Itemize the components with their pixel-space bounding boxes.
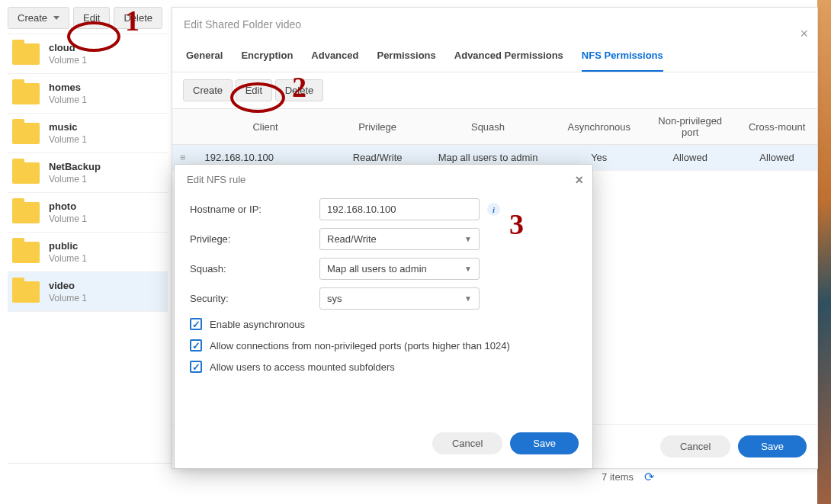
security-label: Security: xyxy=(190,293,319,304)
modal2-cancel-button[interactable]: Cancel xyxy=(432,432,502,454)
modal2-save-button[interactable]: Save xyxy=(510,432,579,454)
async-label: Enable asynchronous xyxy=(210,319,305,330)
security-value: sys xyxy=(327,293,342,304)
info-icon[interactable]: i xyxy=(487,203,500,216)
chevron-down-icon xyxy=(53,16,59,20)
folder-name: NetBackup xyxy=(49,161,101,172)
create-button[interactable]: Create xyxy=(8,7,69,29)
tab-permissions[interactable]: Permissions xyxy=(377,42,435,72)
nfs-delete-button[interactable]: Delete xyxy=(275,79,324,101)
cell-cross: Allowed xyxy=(736,145,817,171)
squash-value: Map all users to admin xyxy=(327,263,427,274)
folder-icon xyxy=(12,202,40,223)
tab-general[interactable]: General xyxy=(186,42,223,72)
modal-title: Edit Shared Folder video xyxy=(184,18,301,30)
nfs-rules-table: ClientPrivilegeSquashAsynchronousNon-pri… xyxy=(172,108,817,171)
nfs-toolbar: Create Edit Delete xyxy=(172,72,817,108)
chevron-down-icon: ▼ xyxy=(464,294,472,303)
privilege-label: Privilege: xyxy=(190,233,319,245)
chevron-down-icon: ▼ xyxy=(464,265,472,273)
host-input[interactable] xyxy=(319,198,480,220)
squash-select[interactable]: Map all users to admin▼ xyxy=(319,258,480,280)
modal2-footer: Cancel Save xyxy=(175,420,592,468)
folder-icon xyxy=(12,242,40,263)
cell-nonpriv: Allowed xyxy=(643,145,736,171)
tab-advanced-permissions[interactable]: Advanced Permissions xyxy=(454,42,563,72)
refresh-icon[interactable]: ⟳ xyxy=(644,470,654,484)
modal1-save-button[interactable]: Save xyxy=(738,435,807,457)
folder-icon xyxy=(12,43,40,65)
delete-button[interactable]: Delete xyxy=(114,7,162,29)
tab-nfs-permissions[interactable]: NFS Permissions xyxy=(582,42,663,72)
desktop-wallpaper-strip xyxy=(817,0,831,504)
security-select[interactable]: sys▼ xyxy=(319,287,480,310)
folder-row-homes[interactable]: homesVolume 1 xyxy=(8,74,168,114)
column-header[interactable]: Non-privileged port xyxy=(643,109,736,145)
nonpriv-label: Allow connections from non-privileged po… xyxy=(210,340,510,352)
column-header[interactable]: Asynchronous xyxy=(554,109,643,145)
item-count: 7 items xyxy=(602,471,634,483)
nfs-create-button[interactable]: Create xyxy=(183,79,233,101)
folder-name: cloud xyxy=(49,42,87,53)
close-icon[interactable]: × xyxy=(575,172,583,188)
privilege-select[interactable]: Read/Write▼ xyxy=(319,228,480,250)
column-header[interactable]: Squash xyxy=(422,109,555,145)
column-header[interactable]: Client xyxy=(197,109,334,145)
folder-name: photo xyxy=(49,201,87,212)
chevron-down-icon: ▼ xyxy=(464,235,472,243)
tabs-bar: GeneralEncryptionAdvancedPermissionsAdva… xyxy=(172,42,817,72)
squash-label: Squash: xyxy=(190,263,319,274)
folder-volume: Volume 1 xyxy=(49,55,87,66)
folder-icon xyxy=(12,123,40,144)
folder-row-video[interactable]: videoVolume 1 xyxy=(8,272,168,312)
async-checkbox[interactable]: ✓ xyxy=(190,318,202,330)
folder-row-music[interactable]: musicVolume 1 xyxy=(8,114,168,153)
shared-folder-panel: Create Edit Delete cloudVolume 1homesVol… xyxy=(8,7,168,312)
folder-list: cloudVolume 1homesVolume 1musicVolume 1N… xyxy=(8,34,168,312)
modal2-header: Edit NFS rule × xyxy=(175,165,592,194)
folder-name: video xyxy=(49,280,87,291)
folder-volume: Volume 1 xyxy=(49,134,87,145)
privilege-value: Read/Write xyxy=(327,233,377,245)
folder-icon xyxy=(12,162,40,184)
folder-name: public xyxy=(49,240,87,252)
modal-titlebar: Edit Shared Folder video × xyxy=(172,8,817,42)
folder-icon xyxy=(12,281,40,303)
modal1-cancel-button[interactable]: Cancel xyxy=(660,435,730,457)
subfolders-checkbox[interactable]: ✓ xyxy=(190,361,202,373)
tab-encryption[interactable]: Encryption xyxy=(241,42,293,72)
folder-name: homes xyxy=(49,82,87,93)
column-header[interactable]: Privilege xyxy=(334,109,422,145)
folder-volume: Volume 1 xyxy=(49,174,101,185)
create-button-label: Create xyxy=(18,12,47,24)
tab-advanced[interactable]: Advanced xyxy=(311,42,358,72)
modal2-title: Edit NFS rule xyxy=(187,174,245,185)
folder-row-NetBackup[interactable]: NetBackupVolume 1 xyxy=(8,153,168,193)
host-label: Hostname or IP: xyxy=(190,204,319,215)
drag-handle-icon[interactable]: ≡ xyxy=(180,152,190,163)
nfs-edit-button[interactable]: Edit xyxy=(236,79,272,101)
folder-volume: Volume 1 xyxy=(49,253,87,264)
folder-name: music xyxy=(49,121,87,133)
folder-row-public[interactable]: publicVolume 1 xyxy=(8,233,168,272)
nonpriv-checkbox[interactable]: ✓ xyxy=(190,339,202,352)
subfolders-label: Allow users to access mounted subfolders xyxy=(210,361,395,373)
folder-row-cloud[interactable]: cloudVolume 1 xyxy=(8,34,168,74)
folder-volume: Volume 1 xyxy=(49,213,87,224)
folder-volume: Volume 1 xyxy=(49,293,87,303)
edit-button[interactable]: Edit xyxy=(73,7,110,29)
folder-row-photo[interactable]: photoVolume 1 xyxy=(8,193,168,233)
column-header[interactable]: Cross-mount xyxy=(736,109,817,145)
edit-nfs-rule-modal: Edit NFS rule × Hostname or IP: i Privil… xyxy=(174,164,593,469)
folder-icon xyxy=(12,83,40,104)
close-icon[interactable]: × xyxy=(800,17,808,51)
folder-volume: Volume 1 xyxy=(49,95,87,105)
shared-folder-toolbar: Create Edit Delete xyxy=(8,7,168,29)
